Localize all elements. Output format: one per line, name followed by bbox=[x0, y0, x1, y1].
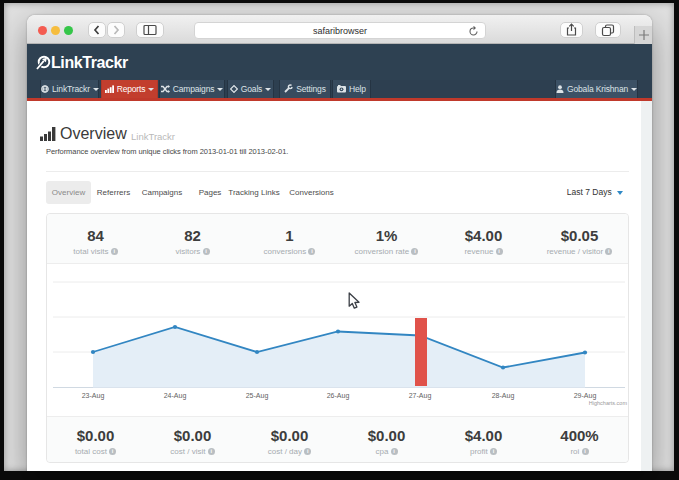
svg-text:26-Aug: 26-Aug bbox=[327, 392, 350, 400]
svg-text:27-Aug: 27-Aug bbox=[409, 392, 432, 400]
svg-text:28-Aug: 28-Aug bbox=[492, 392, 515, 400]
svg-text:23-Aug: 23-Aug bbox=[82, 392, 105, 400]
svg-text:24-Aug: 24-Aug bbox=[164, 392, 187, 400]
svg-text:29-Aug: 29-Aug bbox=[574, 392, 597, 400]
svg-text:Highcharts.com: Highcharts.com bbox=[589, 400, 628, 406]
svg-text:25-Aug: 25-Aug bbox=[246, 392, 269, 400]
